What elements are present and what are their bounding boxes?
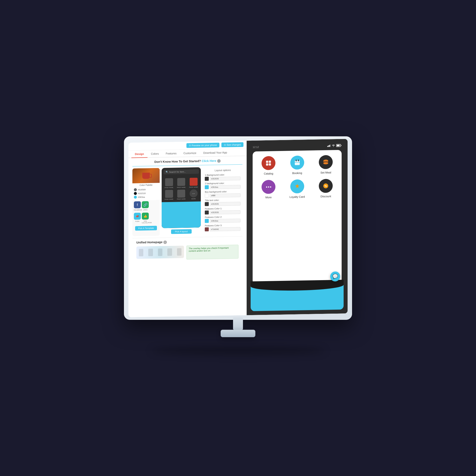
layout-row-2: 2 background color: #3fc5ea [205, 182, 240, 189]
dot-1 [266, 186, 267, 187]
color-input-5: #353535 [205, 210, 240, 215]
facebook-icon[interactable]: f [134, 201, 141, 208]
loyalty-icon [290, 179, 304, 193]
outer-status-bar: 12:12 [251, 143, 344, 150]
homepage-icon-1 [139, 249, 143, 256]
palette-row-3: #3fc5ea [134, 195, 158, 199]
phone-icon-item-more: ··· MORE [188, 189, 199, 200]
monitor-base [221, 330, 255, 337]
tab-download[interactable]: Download Your App [200, 149, 231, 157]
phone-icon-item-3: PAGE NAME [188, 178, 199, 188]
color-dot-1 [134, 188, 137, 191]
color-input-4: #353535 [205, 202, 240, 206]
layout-label-7: Features Color 3: [205, 224, 240, 227]
phone-icon-item-2: PAGE NAME [176, 178, 186, 188]
info-icon: i [217, 159, 221, 163]
wave-curve [251, 280, 344, 292]
svg-rect-11 [295, 161, 300, 165]
color-value-4[interactable]: #353535 [210, 202, 240, 206]
phone-icon-box-1 [165, 178, 173, 186]
layout-row-1: 1 Background color: #353535 [205, 173, 240, 181]
signal-icon [327, 144, 331, 147]
app-item-catalog[interactable]: Catalog [257, 156, 280, 175]
swatch-2[interactable] [205, 185, 209, 189]
unified-content-row: The overlay helps you check if important… [136, 245, 238, 260]
app-item-more[interactable]: More [257, 180, 280, 199]
color-value-1[interactable]: #353535 [210, 176, 240, 180]
color-input-7: #7d4040 [205, 227, 240, 232]
color-input-6: #3fc5ea [205, 218, 240, 223]
tab-design[interactable]: Design [131, 150, 148, 158]
phone-search-bar[interactable]: 🔍 Search for item... [164, 169, 199, 174]
phone-icon-item-5: PAGE NAME [176, 190, 186, 200]
pick-template-button[interactable]: Pick A Template [135, 226, 157, 231]
click-here-link[interactable]: Click Here [202, 159, 216, 163]
app-item-discount[interactable]: % Discount [314, 179, 338, 198]
layout-options-title: Layout options [205, 169, 240, 172]
booking-svg [294, 159, 301, 166]
booking-icon [290, 155, 304, 170]
layout-label-5: Features Color 1: [205, 207, 240, 210]
app-item-loyalty[interactable]: Loyalty Card [285, 179, 309, 199]
layout-label-3: Box background color: [205, 190, 240, 193]
see-changes-button[interactable]: ⊙ See changes [221, 142, 243, 148]
overlay-text-box: The overlay helps you check if important… [186, 245, 238, 260]
unified-homepage-section: Unified Homepage i [132, 236, 242, 263]
app-grid: Catalog [257, 155, 338, 199]
loyalty-label: Loyalty Card [290, 195, 305, 198]
status-icons [327, 144, 342, 147]
push-icon[interactable]: 📣 [134, 213, 141, 220]
action-labels: PUSH TIPS CALCULATOR [132, 220, 160, 225]
svg-rect-13 [298, 160, 299, 161]
get-started-banner: Don't Know How To Get Started? Click Her… [132, 159, 242, 164]
monitor-stand [221, 317, 255, 340]
svg-text:%: % [325, 184, 327, 187]
color-value-6[interactable]: #3fc5ea [210, 218, 240, 223]
phone-preview-container: 12:12 [247, 139, 348, 315]
tab-customize[interactable]: Customize [180, 149, 200, 157]
color-palette-card: Color Palette #616569 #101518 [132, 168, 160, 236]
setmeal-icon [319, 155, 333, 169]
catalog-svg [265, 160, 272, 167]
more-label: More [266, 196, 272, 199]
svg-rect-0 [327, 146, 328, 147]
color-value-7[interactable]: #7d4040 [210, 227, 240, 231]
coffee-cup-icon [142, 173, 150, 179]
phone-more-dot: ··· [190, 189, 198, 198]
action-icons-row: 📣 👍 [132, 211, 160, 221]
phone-icon-box-4 [165, 190, 173, 198]
links-label: LINKS [142, 209, 149, 210]
swatch-1[interactable] [205, 177, 209, 181]
tab-features[interactable]: Features [162, 150, 180, 157]
loyalty-svg [294, 183, 301, 190]
svg-rect-7 [266, 161, 268, 163]
svg-rect-5 [337, 145, 340, 146]
swatch-4[interactable] [205, 202, 209, 206]
svg-rect-9 [266, 163, 268, 166]
homepage-preview [136, 246, 184, 259]
svg-rect-12 [296, 160, 297, 161]
color-input-1: #353535 [205, 176, 240, 181]
color-value-5[interactable]: #353535 [210, 210, 240, 214]
discount-svg: % [322, 182, 329, 189]
swatch-6[interactable] [205, 219, 209, 223]
preview-button[interactable]: ⊙ Preview on your phone [186, 143, 219, 148]
pick-layout-button[interactable]: Pick A layout [171, 229, 192, 234]
tips-icon[interactable]: 👍 [142, 212, 149, 219]
links-icon[interactable]: 🔗 [142, 201, 149, 208]
app-item-booking[interactable]: Booking [285, 155, 309, 175]
layout-options-panel: Layout options 1 Background color: #3535… [203, 167, 242, 235]
social-icons-row: f 🔗 [132, 200, 160, 209]
swatch-5[interactable] [205, 210, 209, 214]
layout-row-6: Features Color 2: #3fc5ea [205, 215, 240, 223]
color-value-3[interactable]: #ffffff [210, 193, 240, 197]
color-value-2[interactable]: #3fc5ea [210, 185, 240, 189]
svg-rect-8 [269, 161, 271, 163]
swatch-3[interactable] [205, 194, 209, 198]
tab-colors[interactable]: Colors [148, 150, 162, 158]
color-input-2: #3fc5ea [205, 185, 240, 189]
phone-mockup-preview: 🔍 Search for item... PAGE NAME [162, 167, 201, 228]
swatch-7[interactable] [205, 227, 209, 231]
app-item-setmeal[interactable]: Set Meal [314, 155, 338, 174]
unified-info-icon: i [163, 240, 167, 244]
